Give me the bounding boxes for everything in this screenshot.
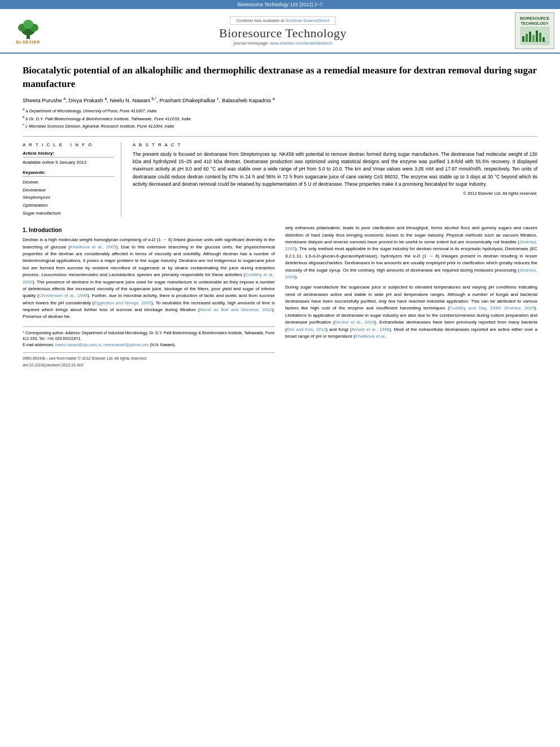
history-label: Article history: xyxy=(23,151,114,158)
keyword-dextranase: Dextranase xyxy=(23,186,114,194)
svg-rect-10 xyxy=(532,35,535,42)
email-link1[interactable]: neelu.nawani@dpu.edu.in xyxy=(55,343,101,347)
abstract-text: The present study is focused on dextrana… xyxy=(133,151,537,188)
journal-logo-icon xyxy=(519,26,550,46)
svg-rect-8 xyxy=(526,34,528,42)
article-title: Biocatalytic potential of an alkalophili… xyxy=(23,64,537,91)
keywords-list: Dextran Dextranase Streptomyces Optimiza… xyxy=(23,178,114,217)
ref-jimenez2009[interactable]: Jiménez, 2009 xyxy=(285,268,537,279)
copyright-notice: © 2012 Elsevier Ltd. All rights reserved… xyxy=(133,191,537,196)
svg-rect-7 xyxy=(522,36,524,42)
ref-kim[interactable]: Kim and Kim, 2010 xyxy=(287,327,326,332)
intro-para1: Dextran is a high molecular weight homog… xyxy=(23,237,275,321)
article-info-header: A R T I C L E I N F O xyxy=(23,142,114,147)
body-left-col: 1. Introduction Dextran is a high molecu… xyxy=(23,225,275,368)
footnote-area: * Corresponding author. Address: Departm… xyxy=(23,326,275,348)
journal-logo-text: BIORESOURCETECHNOLOGY xyxy=(520,16,549,26)
journal-header: ELSEVIER Contents lists available at Sci… xyxy=(0,9,560,54)
affiliations: a a Department of Microbiology, Universi… xyxy=(23,107,537,129)
abstract-header: A B S T R A C T xyxy=(133,142,537,147)
keyword-streptomyces: Streptomyces xyxy=(23,194,114,202)
ref-morel[interactable]: Morel du Boil and Wienese, 2002 xyxy=(200,307,272,312)
ref-khalikova[interactable]: Khalikova et al., 2005 xyxy=(70,244,116,250)
email-label: E-mail addresses: xyxy=(23,343,54,347)
footnote-asterisk: * Corresponding author. Address: Departm… xyxy=(23,331,274,341)
svg-rect-11 xyxy=(536,30,538,42)
homepage-label: journal homepage: xyxy=(234,41,270,46)
bottom-footer: 0960-8524/$ – see front matter © 2012 El… xyxy=(23,352,275,368)
footnote-email: E-mail addresses: neelu.nawani@dpu.edu.i… xyxy=(23,342,275,348)
sciverse-bar: Contents lists available at SciVerse Sci… xyxy=(230,16,335,25)
elsevier-logo: ELSEVIER xyxy=(6,18,51,44)
body-right-col: sely enhances polarization, leads to poo… xyxy=(285,225,537,368)
journal-homepage: journal homepage: www.elsevier.com/locat… xyxy=(55,41,510,46)
elsevier-tree-icon xyxy=(11,18,45,40)
elsevier-text: ELSEVIER xyxy=(16,40,41,44)
journal-center: Contents lists available at SciVerse Sci… xyxy=(55,16,510,46)
authors-text: Shweta Purushe a, Divya Prakash a, Neelu… xyxy=(23,97,275,103)
sciverse-link[interactable]: SciVerse ScienceDirect xyxy=(286,18,330,23)
available-online: Available online 9 January 2012 xyxy=(23,159,114,165)
affiliation-b: b b Dr. D.Y. Patil Biotechnology & Bioin… xyxy=(23,115,537,122)
svg-rect-13 xyxy=(542,37,545,42)
intro-para3: During sugar manufacture the sugarcane j… xyxy=(285,284,537,340)
svg-rect-5 xyxy=(520,27,549,45)
email-link2[interactable]: neelunawani@yahoo.com xyxy=(103,343,149,347)
svg-point-4 xyxy=(23,20,33,29)
abstract-col: A B S T R A C T The present study is foc… xyxy=(133,142,537,217)
footnote-corresponding: * Corresponding author. Address: Departm… xyxy=(23,330,275,342)
issn-line: 0960-8524/$ – see front matter © 2012 El… xyxy=(23,355,275,361)
contents-text: Contents lists available at xyxy=(236,18,285,23)
journal-name: Bioresource Technology xyxy=(55,26,510,41)
body-content: 1. Introduction Dextran is a high molecu… xyxy=(23,225,537,368)
ref-cuddihy1999[interactable]: Cuddihy and Day, 1999 xyxy=(449,305,500,311)
section1-title: 1. Introduction xyxy=(23,227,275,233)
authors-line: Shweta Purushe a, Divya Prakash a, Neelu… xyxy=(23,97,537,103)
article-info-col: A R T I C L E I N F O Article history: A… xyxy=(23,142,121,217)
svg-rect-12 xyxy=(539,33,541,42)
keyword-optimization: Optimization xyxy=(23,202,114,209)
article-content: Biocatalytic potential of an alkalophili… xyxy=(0,54,560,379)
keyword-dextran: Dextran xyxy=(23,178,114,186)
affiliation-c: c c Microbial Sciences Division, Agharka… xyxy=(23,122,537,129)
affiliation-a: a a Department of Microbiology, Universi… xyxy=(23,107,537,114)
journal-logo-box: BIORESOURCETECHNOLOGY xyxy=(515,12,554,49)
ref-jimenez2005[interactable]: Jiménez, 2005 xyxy=(285,239,537,251)
homepage-url[interactable]: www.elsevier.com/locate/biortech xyxy=(270,41,332,46)
ref-eggleston[interactable]: Eggleston and Monge, 2005 xyxy=(94,300,151,305)
ref-arnold[interactable]: Arnold et al., 1998 xyxy=(352,327,390,332)
keywords-label: Keywords: xyxy=(23,170,114,177)
article-info-abstract: A R T I C L E I N F O Article history: A… xyxy=(23,136,537,217)
doi-line: doi:10.1016/j.biortech.2012.01.002 xyxy=(23,362,275,368)
issue-label: Bioresource Technology 115 (2012) 2–7 xyxy=(238,2,323,7)
keyword-sugar: Sugar manufacture xyxy=(23,209,114,217)
ref-christensen[interactable]: Christensen et al., 1998 xyxy=(39,293,88,298)
ref-decker[interactable]: Decker et al., 2003 xyxy=(335,320,375,325)
top-bar: Bioresource Technology 115 (2012) 2–7 xyxy=(0,0,560,9)
ref-khalikova2[interactable]: Khalikova et al., xyxy=(355,334,387,339)
ref-jimenez2005b[interactable]: Jiménez, 2005 xyxy=(504,305,535,311)
intro-para2: sely enhances polarization, leads to poo… xyxy=(285,225,537,281)
svg-rect-9 xyxy=(529,32,531,42)
